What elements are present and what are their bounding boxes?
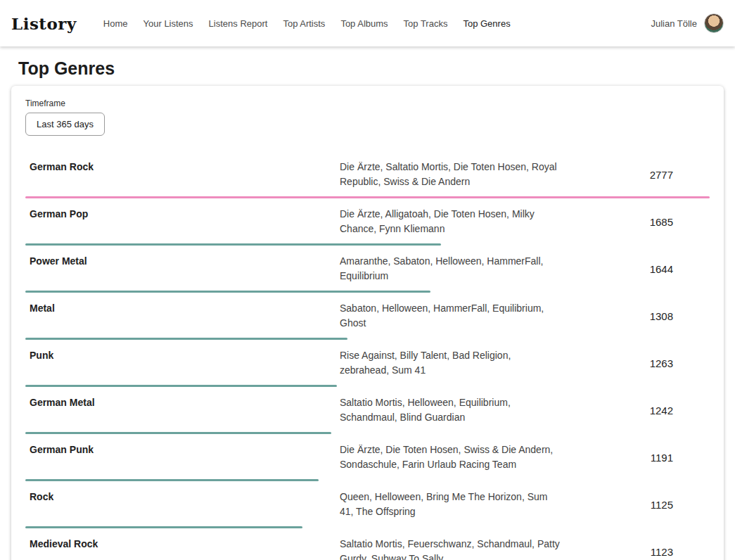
genre-row: Power MetalAmaranthe, Sabaton, Helloween… (25, 246, 710, 293)
page-title: Top Genres (18, 58, 735, 79)
genre-artists: Die Ärzte, Alligatoah, Die Toten Hosen, … (340, 207, 561, 236)
genre-count: 1123 (561, 546, 710, 558)
genre-artists: Saltatio Mortis, Feuerschwanz, Schandmau… (340, 537, 561, 560)
nav-item-home[interactable]: Home (98, 14, 134, 33)
genre-name: German Pop (25, 207, 340, 222)
genre-row: German MetalSaltatio Mortis, Helloween, … (25, 387, 710, 434)
genre-row: German RockDie Ärzte, Saltatio Mortis, D… (25, 151, 710, 198)
user-avatar[interactable] (704, 13, 724, 33)
genre-count: 1308 (561, 310, 710, 322)
top-navbar: Listory HomeYour ListensListens ReportTo… (0, 0, 735, 46)
genre-name: Metal (25, 301, 340, 316)
genre-row: German PopDie Ärzte, Alligatoah, Die Tot… (25, 198, 710, 246)
genre-count: 1263 (561, 357, 710, 369)
genre-row: RockQueen, Helloween, Bring Me The Horiz… (25, 481, 710, 528)
nav-item-listens-report[interactable]: Listens Report (203, 14, 274, 33)
nav-item-top-genres[interactable]: Top Genres (457, 14, 516, 33)
genre-count: 2777 (561, 169, 710, 181)
genre-artists: Saltatio Mortis, Helloween, Equilibrium,… (340, 395, 561, 425)
timeframe-select[interactable]: Last 365 days (25, 113, 105, 136)
genre-name: Medieval Rock (25, 537, 340, 552)
genre-count: 1644 (561, 263, 710, 275)
nav-item-top-artists[interactable]: Top Artists (277, 14, 331, 33)
genre-row: German PunkDie Ärzte, Die Toten Hosen, S… (25, 434, 710, 481)
genre-artists: Amaranthe, Sabaton, Helloween, HammerFal… (340, 254, 561, 284)
nav-item-top-tracks[interactable]: Top Tracks (398, 14, 454, 33)
brand-logo[interactable]: Listory (11, 14, 77, 33)
nav-links: HomeYour ListensListens ReportTop Artist… (98, 14, 520, 33)
genre-artists: Die Ärzte, Saltatio Mortis, Die Toten Ho… (340, 160, 561, 189)
nav-user-area: Julian Tölle (651, 13, 724, 33)
genre-name: German Rock (25, 160, 340, 174)
top-genres-card: Timeframe Last 365 days German RockDie Ä… (11, 86, 724, 560)
user-name: Julian Tölle (651, 18, 697, 29)
genre-name: German Metal (25, 395, 340, 410)
nav-item-top-albums[interactable]: Top Albums (335, 14, 393, 33)
genre-artists: Sabaton, Helloween, HammerFall, Equilibr… (340, 301, 561, 331)
genre-name: German Punk (25, 443, 340, 457)
genre-row: MetalSabaton, Helloween, HammerFall, Equ… (25, 293, 710, 340)
genre-name: Punk (25, 348, 340, 363)
genre-name: Rock (25, 490, 340, 504)
genre-count: 1685 (561, 216, 710, 228)
genre-row: Medieval RockSaltatio Mortis, Feuerschwa… (25, 528, 710, 560)
genre-table: German RockDie Ärzte, Saltatio Mortis, D… (25, 151, 710, 560)
genre-artists: Die Ärzte, Die Toten Hosen, Swiss & Die … (340, 443, 561, 472)
genre-row: PunkRise Against, Billy Talent, Bad Reli… (25, 340, 710, 387)
genre-name: Power Metal (25, 254, 340, 269)
genre-count: 1242 (561, 405, 710, 416)
genre-artists: Queen, Helloween, Bring Me The Horizon, … (340, 490, 561, 519)
timeframe-label: Timeframe (25, 98, 710, 108)
genre-count: 1125 (561, 499, 710, 511)
nav-item-your-listens[interactable]: Your Listens (138, 14, 199, 33)
genre-artists: Rise Against, Billy Talent, Bad Religion… (340, 348, 561, 378)
genre-count: 1191 (561, 452, 710, 464)
